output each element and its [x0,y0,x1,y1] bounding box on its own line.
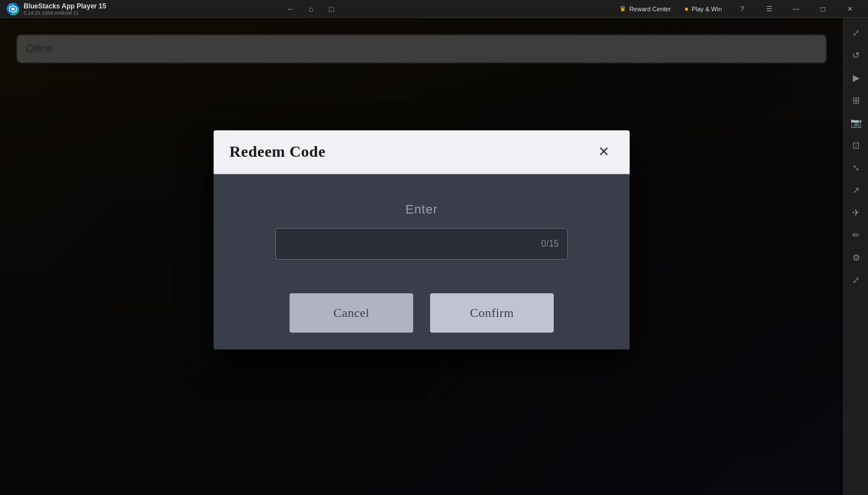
code-input-row: 0/15 [275,228,568,260]
sidebar-send-icon[interactable]: ↗ [846,180,866,200]
modal-body: Enter 0/15 [214,174,630,282]
titlebar-nav: ← ⌂ □ [274,3,348,15]
sidebar-play-icon[interactable]: ▶ [846,67,866,88]
sidebar-grid-icon[interactable]: ⊞ [846,90,866,110]
close-x-icon: ✕ [598,144,609,160]
copy-nav-icon[interactable]: □ [326,3,337,15]
back-nav-icon[interactable]: ← [285,3,296,15]
menu-button[interactable]: ☰ [758,0,780,18]
sidebar-screenshot-icon[interactable]: ⊡ [846,135,866,155]
crown-icon: ♛ [620,4,626,13]
right-sidebar: ⤢ ↺ ▶ ⊞ 📷 ⊡ ⤡ ↗ ✈ ✏ ⚙ ⤢ [843,18,868,495]
bluestacks-logo [7,3,19,15]
restore-button[interactable]: ◻ [812,0,834,18]
sidebar-expand-arrows-icon[interactable]: ⤢ [846,270,866,290]
svg-marker-1 [11,7,15,11]
minimize-button[interactable]: — [785,0,807,18]
home-nav-icon[interactable]: ⌂ [305,3,317,15]
modal-overlay: Redeem Code ✕ Enter 0/15 Cancel Confirm [0,18,843,495]
modal-title: Redeem Code [229,143,326,161]
titlebar-right: ♛ Reward Center ● Play & Win ? ☰ — ◻ ✕ [608,0,868,18]
help-button[interactable]: ? [731,0,753,18]
sidebar-eraser-icon[interactable]: ✏ [846,225,866,245]
confirm-button[interactable]: Confirm [430,293,554,333]
sidebar-airplane-icon[interactable]: ✈ [846,202,866,222]
modal-close-button[interactable]: ✕ [594,142,614,162]
sidebar-expand-icon[interactable]: ⤢ [846,22,866,43]
play-win-label: Play & Win [691,6,722,12]
modal-footer: Cancel Confirm [214,282,630,349]
main-content: Office Redeem Code ✕ Enter 0/15 [0,18,843,495]
app-name-block: BlueStacks App Player 15 5.14.21.1004 An… [24,2,106,16]
titlebar: BlueStacks App Player 15 5.14.21.1004 An… [0,0,868,18]
sidebar-refresh-icon[interactable]: ↺ [846,45,866,65]
app-name: BlueStacks App Player 15 [24,2,106,10]
close-button[interactable]: ✕ [839,0,861,18]
titlebar-left: BlueStacks App Player 15 5.14.21.1004 An… [0,2,274,16]
sidebar-camera-icon[interactable]: 📷 [846,112,866,133]
sidebar-fit-icon[interactable]: ⤡ [846,157,866,178]
modal-header: Redeem Code ✕ [214,130,630,174]
enter-label: Enter [405,202,438,217]
code-input[interactable] [275,228,568,260]
reward-center-label: Reward Center [629,6,671,12]
cancel-button[interactable]: Cancel [290,293,413,333]
redeem-code-modal: Redeem Code ✕ Enter 0/15 Cancel Confirm [214,130,630,349]
app-version: 5.14.21.1004 Android 11 [24,10,106,16]
play-win-button[interactable]: ● Play & Win [680,3,726,15]
coin-icon: ● [684,4,689,13]
sidebar-settings-icon[interactable]: ⚙ [846,247,866,267]
reward-center-button[interactable]: ♛ Reward Center [615,3,675,15]
